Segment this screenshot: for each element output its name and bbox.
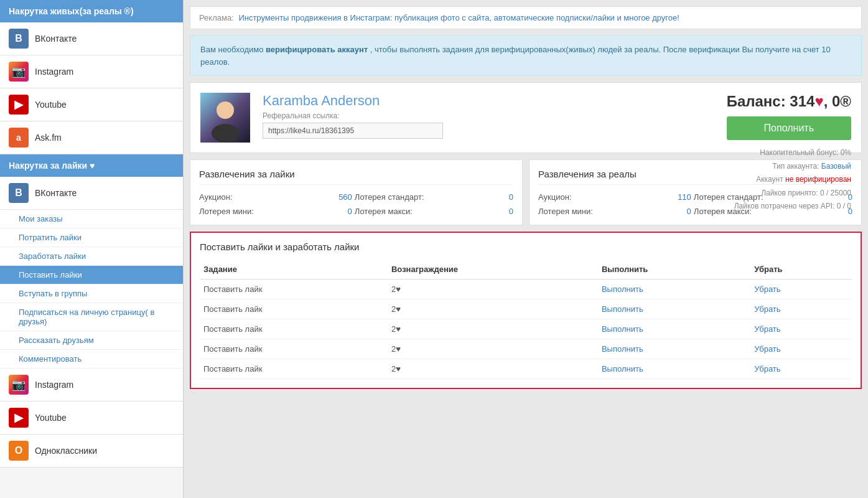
profile-stats: Накопительный бонус: 0% Тип аккаунта: Ба… (727, 146, 851, 214)
task-name-1: Поставить лайк (200, 299, 388, 319)
tasks-table: Задание Вознаграждение Выполнить Убрать … (200, 260, 852, 379)
sidebar-section-vk-label: ВКонтакте (35, 188, 77, 198)
task-reward-4: 2♥ (388, 359, 598, 379)
task-reward-3: 2♥ (388, 339, 598, 359)
task-remove-1[interactable]: Убрать (754, 304, 780, 314)
col-task: Задание (200, 260, 388, 280)
sidebar-item-tell-friends[interactable]: Рассказать друзьям (0, 331, 183, 350)
sidebar-nav-youtube[interactable]: ▶ Youtube (0, 88, 183, 121)
likes-ent-grid: Аукцион: 560 Лотерея стандарт: 0 Лотерея… (199, 192, 513, 216)
task-reward-1: 2♥ (388, 299, 598, 319)
sidebar-nav-youtube2[interactable]: ▶ Youtube (0, 402, 183, 435)
task-execute-0[interactable]: Выполнить (602, 284, 643, 294)
task-remove-4[interactable]: Убрать (754, 364, 780, 374)
topup-button[interactable]: Пополнить (727, 116, 851, 140)
tasks-card: Поставить лайки и заработать лайки Задан… (190, 232, 862, 389)
table-row: Поставить лайк 2♥ Выполнить Убрать (200, 319, 852, 339)
task-name-4: Поставить лайк (200, 359, 388, 379)
sidebar-label-askfm: Ask.fm (35, 133, 62, 143)
sidebar-header2: Накрутка за лайки ♥ (0, 154, 183, 177)
likes-lottery-mini-label: Лотерея мини: (199, 207, 295, 216)
profile-avatar (200, 93, 250, 143)
sidebar-label-instagram: Instagram (35, 67, 73, 77)
instagram2-icon: 📷 (9, 375, 29, 395)
instagram-icon: 📷 (9, 62, 29, 82)
likes-lottery-maxi-value[interactable]: 0 (468, 207, 513, 216)
sidebar-label-odnoklassniki: Одноклассники (35, 446, 97, 456)
sidebar: Накрутка живых(за реалы ®) В ВКонтакте 📷… (0, 0, 184, 498)
verify-bar: Вам необходимо верифицировать аккаунт , … (190, 35, 862, 76)
main-content: Реклама: Инструменты продвижения в Инста… (184, 0, 868, 498)
likes-lottery-maxi-label: Лотерея макси: (355, 207, 465, 216)
real-auction-value[interactable]: 110 (637, 192, 691, 202)
likes-entertainment-title: Развлечения за лайки (199, 169, 513, 185)
col-reward: Вознаграждение (388, 260, 598, 280)
sidebar-nav-instagram2[interactable]: 📷 Instagram (0, 369, 183, 402)
not-verified-status: не верифицирован (785, 175, 851, 184)
profile-card: Karamba Anderson Реферальная ссылка: Бал… (190, 82, 862, 153)
table-row: Поставить лайк 2♥ Выполнить Убрать (200, 359, 852, 379)
col-execute: Выполнить (598, 260, 750, 280)
sidebar-item-comment[interactable]: Комментировать (0, 350, 183, 369)
sidebar-nav-odnoklassniki[interactable]: О Одноклассники (0, 435, 183, 467)
real-lottery-mini-value[interactable]: 0 (637, 207, 691, 216)
likes-lottery-std-value[interactable]: 0 (468, 192, 513, 202)
real-auction-label: Аукцион: (538, 192, 634, 202)
tasks-title: Поставить лайки и заработать лайки (200, 242, 852, 252)
svg-point-3 (212, 124, 239, 143)
task-remove-2[interactable]: Убрать (754, 324, 780, 334)
sidebar-item-spend-likes[interactable]: Потратить лайки (0, 228, 183, 247)
ad-bar: Реклама: Инструменты продвижения в Инста… (190, 6, 862, 29)
sidebar-nav-vk[interactable]: В ВКонтакте (0, 22, 183, 55)
sidebar-item-my-orders[interactable]: Мои заказы (0, 210, 183, 228)
verify-text1: Вам необходимо (200, 45, 266, 54)
youtube-icon: ▶ (9, 95, 29, 115)
entertainment-likes: Развлечения за лайки Аукцион: 560 Лотере… (190, 159, 523, 225)
sidebar-item-post-likes[interactable]: Поставить лайки (0, 266, 183, 284)
task-execute-1[interactable]: Выполнить (602, 304, 643, 314)
sidebar-label-youtube2: Youtube (35, 413, 67, 423)
task-name-2: Поставить лайк (200, 319, 388, 339)
task-execute-3[interactable]: Выполнить (602, 344, 643, 354)
task-remove-3[interactable]: Убрать (754, 344, 780, 354)
task-remove-0[interactable]: Убрать (754, 284, 780, 294)
ad-label: Реклама: (199, 13, 234, 22)
task-name-0: Поставить лайк (200, 280, 388, 299)
vk-section-icon: В (9, 183, 29, 203)
task-name-3: Поставить лайк (200, 339, 388, 359)
account-type-link[interactable]: Базовый (821, 162, 851, 171)
likes-lottery-mini-value[interactable]: 0 (297, 207, 352, 216)
task-execute-4[interactable]: Выполнить (602, 364, 643, 374)
sidebar-item-subscribe-friend[interactable]: Подписаться на личную страницу( в друзья… (0, 303, 183, 331)
col-remove: Убрать (750, 260, 852, 280)
youtube2-icon: ▶ (9, 408, 29, 428)
askfm-icon: a (9, 128, 29, 148)
verify-link[interactable]: верифицировать аккаунт (266, 45, 368, 54)
sidebar-header1: Накрутка живых(за реалы ®) (0, 0, 183, 22)
likes-lottery-std-label: Лотерея стандарт: (355, 192, 465, 202)
table-row: Поставить лайк 2♥ Выполнить Убрать (200, 339, 852, 359)
task-reward-2: 2♥ (388, 319, 598, 339)
ad-link[interactable]: Инструменты продвижения в Инстаграм: пуб… (238, 13, 679, 22)
ok-icon: О (9, 441, 29, 461)
avatar-image (200, 93, 250, 143)
profile-balance: Баланс: 314♥, 0® Пополнить Накопительный… (727, 93, 851, 214)
sidebar-label-youtube: Youtube (35, 100, 67, 110)
sidebar-nav-askfm[interactable]: a Ask.fm (0, 121, 183, 154)
profile-ref-input[interactable] (263, 123, 443, 139)
sidebar-label-vk: ВКонтакте (35, 34, 77, 44)
svg-point-2 (217, 101, 234, 119)
table-row: Поставить лайк 2♥ Выполнить Убрать (200, 280, 852, 299)
real-lottery-mini-label: Лотерея мини: (538, 207, 634, 216)
likes-auction-value[interactable]: 560 (297, 192, 352, 202)
vk-icon: В (9, 29, 29, 49)
table-row: Поставить лайк 2♥ Выполнить Убрать (200, 299, 852, 319)
sidebar-item-earn-likes[interactable]: Заработать лайки (0, 247, 183, 266)
sidebar-label-instagram2: Instagram (35, 380, 73, 390)
likes-auction-label: Аукцион: (199, 192, 295, 202)
task-reward-0: 2♥ (388, 280, 598, 299)
sidebar-item-join-groups[interactable]: Вступать в группы (0, 284, 183, 303)
sidebar-nav-instagram[interactable]: 📷 Instagram (0, 55, 183, 88)
sidebar-section-vk[interactable]: В ВКонтакте (0, 177, 183, 210)
task-execute-2[interactable]: Выполнить (602, 324, 643, 334)
